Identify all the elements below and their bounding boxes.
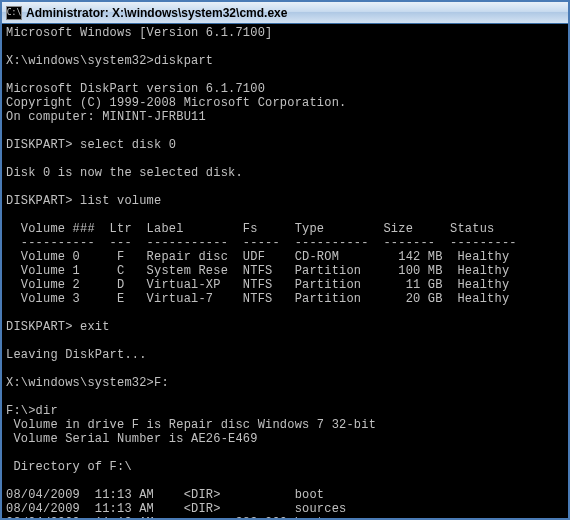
- window-titlebar[interactable]: C:\ Administrator: X:\windows\system32\c…: [2, 2, 568, 24]
- window-title: Administrator: X:\windows\system32\cmd.e…: [26, 6, 287, 20]
- terminal-output[interactable]: Microsoft Windows [Version 6.1.7100] X:\…: [2, 24, 568, 518]
- cmd-icon: C:\: [6, 6, 22, 20]
